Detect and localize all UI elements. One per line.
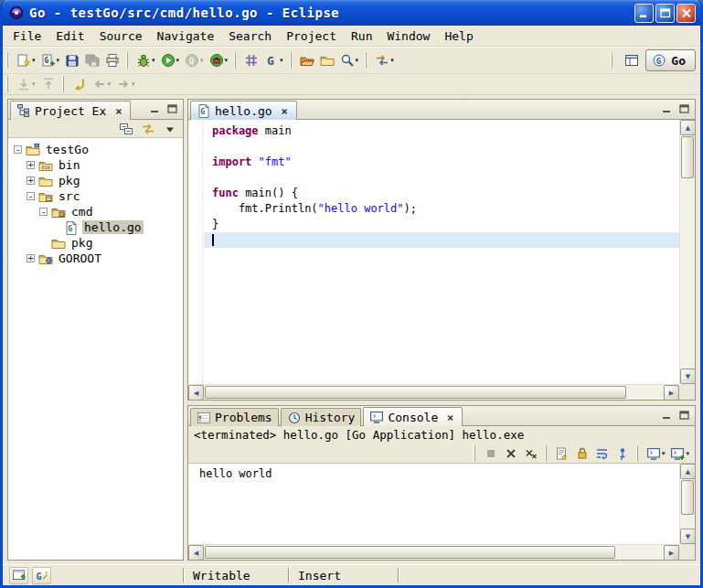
minimize-button[interactable]	[634, 4, 654, 23]
toolbar-handle[interactable]	[62, 76, 64, 92]
menu-edit[interactable]: Edit	[48, 27, 91, 46]
console-vertical-scrollbar[interactable]: ▲ ▼	[679, 464, 695, 544]
toolbar-handle[interactable]	[126, 52, 128, 69]
editor-horizontal-scrollbar[interactable]: ◀ ▶	[188, 384, 679, 400]
menu-run[interactable]: Run	[344, 27, 379, 46]
tab-project-explorer[interactable]: Project Ex ×	[10, 101, 131, 120]
tree-item-goroot[interactable]: +GOROOT	[8, 251, 183, 266]
tab-history[interactable]: History	[281, 408, 362, 426]
minimize-view-button[interactable]	[659, 409, 674, 422]
go-build-button[interactable]	[241, 50, 261, 70]
debug-button[interactable]: ▾	[133, 50, 158, 70]
menu-search[interactable]: Search	[221, 27, 279, 46]
scrollbar-thumb[interactable]	[205, 546, 615, 559]
minimize-view-button[interactable]	[659, 102, 674, 115]
toolbar-handle[interactable]	[234, 52, 236, 69]
external-tools-button[interactable]: ▾	[207, 50, 231, 70]
tree-item-cmd[interactable]: -cmd	[8, 204, 183, 219]
tab-hello-go[interactable]: G hello.go ×	[190, 101, 297, 120]
team-sync-button[interactable]: ▾	[372, 50, 397, 70]
fast-view-button[interactable]	[9, 567, 28, 584]
maximize-view-button[interactable]	[676, 409, 691, 422]
toolbar-handle[interactable]	[636, 445, 638, 462]
scroll-down-button[interactable]: ▼	[680, 529, 696, 544]
toolbar-handle[interactable]	[6, 76, 8, 92]
scroll-down-button[interactable]: ▼	[680, 369, 695, 384]
collapse-all-button[interactable]	[116, 121, 136, 137]
menu-navigate[interactable]: Navigate	[150, 27, 222, 46]
scroll-right-button[interactable]: ▶	[664, 385, 679, 400]
open-console-button[interactable]: ▾	[667, 444, 692, 464]
back-button[interactable]: ▾	[90, 74, 114, 94]
close-button[interactable]	[676, 4, 696, 23]
open-go-package-button[interactable]	[297, 50, 317, 70]
tree-item-hello-go[interactable]: Ghello.go	[8, 219, 183, 235]
project-tree[interactable]: -testGo+010bin+pkg-src-cmdGhello.gopkg+G…	[8, 138, 183, 560]
tree-item-pkg[interactable]: pkg	[8, 235, 183, 251]
last-edit-button[interactable]	[69, 74, 90, 94]
console-output[interactable]: hello world ▲ ▼ ◀ ▶	[188, 463, 695, 560]
forward-button[interactable]: ▾	[113, 74, 138, 94]
console-horizontal-scrollbar[interactable]: ◀ ▶	[188, 544, 679, 560]
go-tools-button[interactable]: G▾	[261, 50, 286, 70]
close-icon[interactable]: ×	[444, 412, 456, 423]
expander-minus-icon[interactable]: -	[14, 145, 22, 154]
search-button[interactable]: ▾	[337, 50, 362, 70]
editor-body[interactable]: package mainimport "fmt"func main() { fm…	[188, 120, 695, 400]
expander-minus-icon[interactable]: -	[39, 208, 48, 216]
expander-plus-icon[interactable]: +	[27, 161, 35, 169]
clear-console-button[interactable]	[552, 444, 572, 464]
remove-all-button[interactable]	[521, 444, 541, 464]
pin-console-button[interactable]	[612, 444, 633, 464]
scrollbar-thumb[interactable]	[205, 386, 626, 399]
display-console-button[interactable]: ▾	[644, 444, 668, 464]
scrollbar-thumb[interactable]	[681, 480, 694, 515]
perspective-switcher-button[interactable]	[622, 50, 642, 70]
terminate-button[interactable]	[481, 444, 501, 464]
new-go-button[interactable]: G▾	[38, 50, 63, 70]
toolbar-handle[interactable]	[6, 52, 8, 69]
tree-item-pkg[interactable]: +pkg	[8, 173, 183, 188]
run-history-button[interactable]: Q▾	[182, 50, 207, 70]
toolbar-handle[interactable]	[611, 52, 612, 69]
menu-window[interactable]: Window	[379, 27, 437, 46]
scroll-left-button[interactable]: ◀	[188, 385, 204, 400]
save-all-button[interactable]	[82, 50, 102, 70]
close-icon[interactable]: ×	[112, 105, 124, 117]
annotation-ruler[interactable]	[188, 120, 203, 384]
code-area[interactable]: package mainimport "fmt"func main() { fm…	[204, 120, 679, 384]
print-button[interactable]	[102, 50, 122, 70]
maximize-view-button[interactable]	[165, 102, 179, 115]
tree-item-src[interactable]: -src	[8, 188, 183, 204]
remove-launch-button[interactable]	[501, 444, 521, 464]
expander-minus-icon[interactable]: -	[27, 192, 35, 200]
go-perspective-button[interactable]: G Go	[645, 49, 696, 71]
tree-item-testgo[interactable]: -testGo	[8, 142, 183, 157]
scroll-right-button[interactable]: ▶	[664, 545, 679, 561]
tab-problems[interactable]: Problems	[190, 408, 279, 426]
scroll-left-button[interactable]: ◀	[188, 545, 204, 561]
expander-plus-icon[interactable]: +	[27, 254, 35, 262]
menu-file[interactable]: File	[5, 27, 48, 46]
title-bar[interactable]: Go - testGo/src/cmd/hello.go - Eclipse	[3, 0, 700, 26]
menu-project[interactable]: Project	[279, 27, 344, 46]
toolbar-handle[interactable]	[545, 445, 547, 462]
new-wizard-button[interactable]: ▾	[14, 50, 38, 70]
expander-plus-icon[interactable]: +	[27, 176, 35, 185]
toolbar-handle[interactable]	[365, 52, 367, 69]
run-button[interactable]: ▾	[158, 50, 183, 70]
folder-button[interactable]	[317, 50, 337, 70]
save-button[interactable]	[62, 50, 82, 70]
trim-go-button[interactable]: G	[32, 567, 51, 584]
scroll-lock-button[interactable]	[572, 444, 592, 464]
prev-annotation-button[interactable]	[38, 74, 59, 94]
scroll-up-button[interactable]: ▲	[680, 464, 696, 479]
view-menu-button[interactable]	[160, 121, 180, 137]
toolbar-handle[interactable]	[290, 52, 292, 69]
minimize-view-button[interactable]	[147, 102, 162, 115]
maximize-view-button[interactable]	[676, 102, 691, 115]
word-wrap-button[interactable]	[592, 444, 612, 464]
maximize-button[interactable]	[655, 4, 675, 23]
link-editor-button[interactable]	[138, 121, 158, 137]
next-annotation-button[interactable]: ▾	[14, 74, 38, 94]
